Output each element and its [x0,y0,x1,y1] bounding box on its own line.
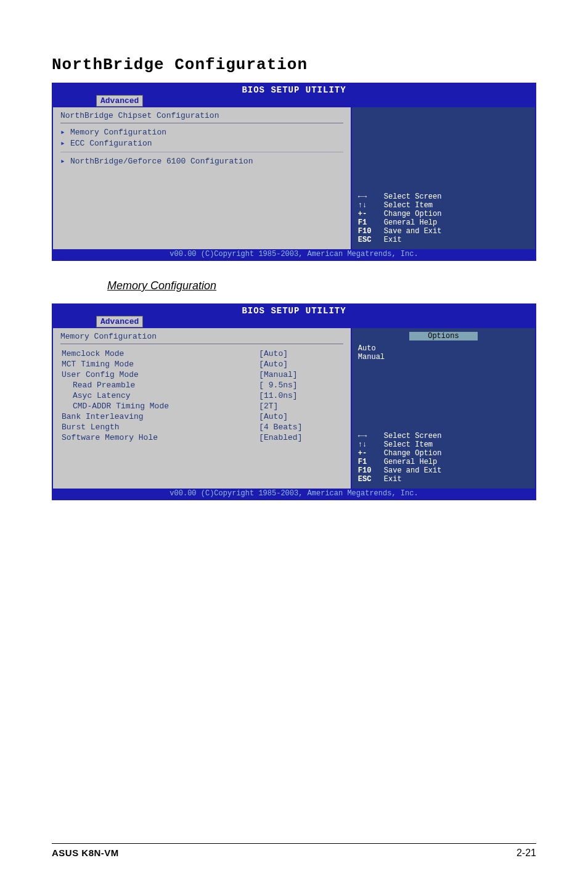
key-symbol: +- [358,210,384,218]
config-value: [Auto] [247,360,342,369]
bios-copyright: v00.00 (C)Copyright 1985-2003, American … [53,249,535,260]
bios-screenshot-memory: BIOS SETUP UTILITY Advanced Memory Confi… [52,303,536,500]
page-footer: ASUS K8N-VM 2-21 [52,843,536,859]
key-help-row: F10Save and Exit [358,227,529,236]
bios-body: Memory Configuration Memclock Mode[Auto]… [53,328,535,489]
bios-key-help: ←→Select Screen↑↓Select Item+-Change Opt… [358,192,529,244]
panel-heading: NorthBridge Chipset Configuration [60,111,343,120]
key-description: Select Item [384,440,433,449]
config-label: Memclock Mode [62,349,245,358]
key-symbol: F10 [358,466,384,475]
key-help-row: ESCExit [358,475,529,484]
key-symbol: F1 [358,458,384,466]
config-row[interactable]: Asyc Latency[11.0ns] [62,391,342,400]
bios-right-panel: ←→Select Screen↑↓Select Item+-Change Opt… [352,107,535,249]
submenu-arrow-icon: ▸ [60,156,70,166]
bios-key-help: ←→Select Screen↑↓Select Item+-Change Opt… [358,432,529,484]
config-value: [2T] [247,402,342,411]
menu-item[interactable]: ▸NorthBridge/Geforce 6100 Configuration [60,156,343,166]
config-row[interactable]: User Config Mode[Manual] [62,370,342,379]
key-description: Select Screen [384,192,442,201]
key-symbol: ESC [358,236,384,244]
key-symbol: ↑↓ [358,201,384,210]
panel-heading: Memory Configuration [60,332,343,341]
options-values: AutoManual [358,344,529,361]
config-label: User Config Mode [62,370,245,379]
key-description: Exit [384,475,402,484]
subsection-title: Memory Configuration [107,279,536,292]
submenu-arrow-icon: ▸ [60,127,70,137]
config-value: [ 9.5ns] [247,381,342,390]
config-row[interactable]: Bank Interleaving[Auto] [62,412,342,421]
key-description: Select Item [384,201,433,210]
key-description: Change Option [384,449,442,458]
key-help-row: ←→Select Screen [358,192,529,201]
divider [60,344,343,344]
key-symbol: ESC [358,475,384,484]
config-label: Burst Length [62,423,245,432]
key-help-row: F10Save and Exit [358,466,529,475]
key-help-row: ←→Select Screen [358,432,529,440]
config-value: [4 Beats] [247,423,342,432]
menu-item[interactable]: ▸ECC Configuration [60,138,343,148]
bios-screenshot-northbridge: BIOS SETUP UTILITY Advanced NorthBridge … [52,83,536,261]
bios-copyright: v00.00 (C)Copyright 1985-2003, American … [53,489,535,499]
config-row[interactable]: Memclock Mode[Auto] [62,349,342,358]
config-label: MCT Timing Mode [62,360,245,369]
config-value: [Auto] [247,412,342,421]
menu-label: NorthBridge/Geforce 6100 Configuration [70,157,253,166]
divider [60,152,343,152]
tab-advanced[interactable]: Advanced [96,95,143,107]
key-description: Exit [384,236,402,244]
menu-label: ECC Configuration [70,139,152,148]
page: NorthBridge Configuration BIOS SETUP UTI… [0,0,588,887]
config-label: Bank Interleaving [62,412,245,421]
divider [60,123,343,123]
section-title: NorthBridge Configuration [52,56,536,74]
bios-right-panel: Options AutoManual ←→Select Screen↑↓Sele… [352,328,535,489]
key-description: Save and Exit [384,466,442,475]
key-symbol: F1 [358,218,384,227]
bios-title: BIOS SETUP UTILITY [53,84,535,95]
bios-tab-row: Advanced [53,316,535,328]
bios-body: NorthBridge Chipset Configuration ▸Memor… [53,107,535,249]
bios-tab-row: Advanced [53,95,535,107]
bios-left-panel: NorthBridge Chipset Configuration ▸Memor… [53,107,352,249]
key-help-row: ESCExit [358,236,529,244]
options-heading: Options [409,332,477,340]
tab-advanced[interactable]: Advanced [96,316,143,328]
key-symbol: ↑↓ [358,440,384,449]
option-value[interactable]: Auto [358,344,529,353]
menu-item[interactable]: ▸Memory Configuration [60,127,343,137]
config-label: Asyc Latency [62,391,245,400]
config-row[interactable]: Burst Length[4 Beats] [62,423,342,432]
bios-title: BIOS SETUP UTILITY [53,305,535,316]
key-help-row: F1General Help [358,218,529,227]
config-row[interactable]: MCT Timing Mode[Auto] [62,360,342,369]
submenu-arrow-icon: ▸ [60,138,70,148]
menu-label: Memory Configuration [70,128,166,137]
key-help-row: +-Change Option [358,210,529,218]
option-value[interactable]: Manual [358,353,529,361]
config-label: Software Memory Hole [62,433,245,442]
bios-left-panel: Memory Configuration Memclock Mode[Auto]… [53,328,352,489]
config-row[interactable]: Software Memory Hole[Enabled] [62,433,342,442]
key-help-row: ↑↓Select Item [358,201,529,210]
config-value: [Enabled] [247,433,342,442]
key-symbol: ←→ [358,432,384,440]
key-help-row: ↑↓Select Item [358,440,529,449]
memory-config-table: Memclock Mode[Auto]MCT Timing Mode[Auto]… [60,348,343,444]
key-description: Select Screen [384,432,442,440]
config-value: [Auto] [247,349,342,358]
footer-page-number: 2-21 [517,848,536,859]
config-value: [Manual] [247,370,342,379]
key-description: Save and Exit [384,227,442,236]
key-symbol: ←→ [358,192,384,201]
options-heading-row: Options [358,332,529,340]
key-description: General Help [384,218,437,227]
key-description: General Help [384,458,437,466]
config-row[interactable]: Read Preamble[ 9.5ns] [62,381,342,390]
key-symbol: +- [358,449,384,458]
config-row[interactable]: CMD-ADDR Timing Mode[2T] [62,402,342,411]
key-help-row: F1General Help [358,458,529,466]
